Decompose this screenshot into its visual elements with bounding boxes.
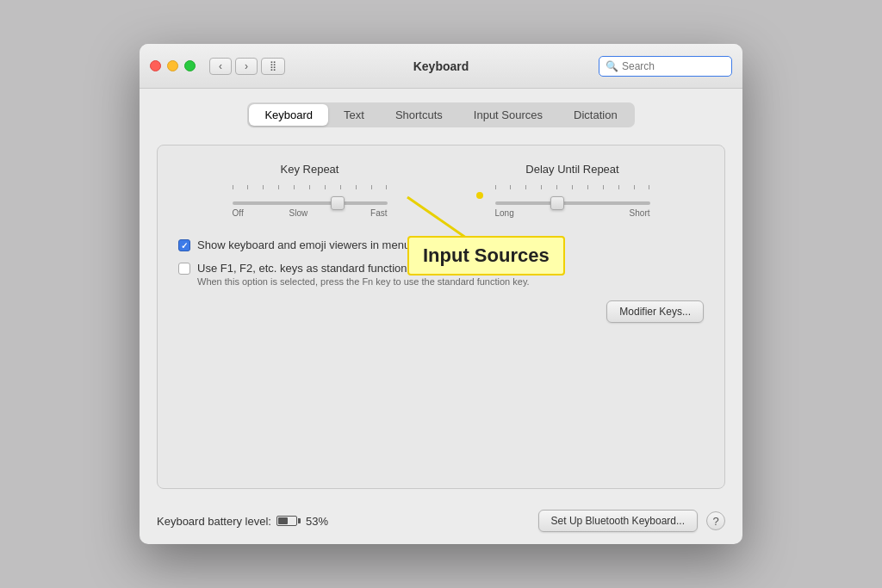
key-repeat-thumb[interactable] xyxy=(331,196,345,210)
delay-repeat-long-label: Long xyxy=(495,208,514,218)
nav-buttons: ‹ › xyxy=(209,58,258,75)
tab-input-sources[interactable]: Input Sources xyxy=(458,104,558,126)
emoji-viewer-checkbox[interactable] xyxy=(178,239,190,251)
maximize-button[interactable] xyxy=(184,60,196,71)
key-repeat-group: Key Repeat xyxy=(178,163,441,218)
grid-button[interactable]: ⣿ xyxy=(261,58,285,75)
delay-repeat-group: Delay Until Repeat xyxy=(441,163,704,218)
fn-keys-subtext: When this option is selected, press the … xyxy=(197,276,530,287)
key-repeat-track[interactable] xyxy=(233,201,388,205)
footer: Keyboard battery level: 53% Set Up Bluet… xyxy=(140,501,742,544)
setup-bluetooth-button[interactable]: Set Up Bluetooth Keyboard... xyxy=(538,510,698,532)
key-repeat-off-label: Off xyxy=(233,208,244,218)
key-repeat-slow-label: Slow xyxy=(289,208,308,218)
tab-text[interactable]: Text xyxy=(328,104,380,126)
modifier-keys-button[interactable]: Modifier Keys... xyxy=(606,300,704,323)
key-repeat-label: Key Repeat xyxy=(281,163,339,176)
search-input[interactable] xyxy=(622,60,725,72)
tab-keyboard[interactable]: Keyboard xyxy=(249,104,328,126)
window-title: Keyboard xyxy=(413,59,469,73)
sliders-section: Key Repeat xyxy=(178,163,704,218)
search-icon: 🔍 xyxy=(606,60,618,72)
traffic-lights xyxy=(150,60,196,71)
delay-repeat-thumb[interactable] xyxy=(550,196,564,210)
battery-label: Keyboard battery level: xyxy=(157,515,271,528)
content-area: Keyboard Text Shortcuts Input Sources Di… xyxy=(140,89,742,501)
search-box[interactable]: 🔍 xyxy=(599,56,732,77)
tab-shortcuts[interactable]: Shortcuts xyxy=(380,104,458,126)
help-button[interactable]: ? xyxy=(706,511,725,530)
battery-percent: 53% xyxy=(306,515,328,528)
fn-keys-label: Use F1, F2, etc. keys as standard functi… xyxy=(197,262,530,275)
bottom-bar: Modifier Keys... xyxy=(178,300,704,323)
delay-repeat-track[interactable] xyxy=(495,201,650,205)
battery-info: Keyboard battery level: 53% xyxy=(157,515,328,528)
delay-repeat-slider-container: Long Short xyxy=(495,184,650,218)
delay-repeat-short-label: Short xyxy=(630,208,650,218)
titlebar: ‹ › ⣿ Keyboard 🔍 xyxy=(140,44,742,89)
key-repeat-fast-label: Fast xyxy=(370,208,387,218)
main-panel: Key Repeat xyxy=(157,145,725,489)
emoji-viewer-label: Show keyboard and emoji viewers in menu … xyxy=(197,238,430,251)
key-repeat-slider-container: Off Slow Fast xyxy=(233,184,388,218)
footer-buttons: Set Up Bluetooth Keyboard... ? xyxy=(538,510,725,532)
checkbox-row-fn: Use F1, F2, etc. keys as standard functi… xyxy=(178,262,704,287)
battery-icon xyxy=(276,516,301,526)
back-button[interactable]: ‹ xyxy=(209,58,232,75)
main-window: ‹ › ⣿ Keyboard 🔍 Keyboard Text Shortcuts… xyxy=(140,44,742,544)
minimize-button[interactable] xyxy=(167,60,178,71)
delay-repeat-label: Delay Until Repeat xyxy=(525,163,618,176)
tab-dictation[interactable]: Dictation xyxy=(558,104,633,126)
tab-bar: Keyboard Text Shortcuts Input Sources Di… xyxy=(157,102,725,127)
fn-keys-checkbox[interactable] xyxy=(178,263,190,275)
close-button[interactable] xyxy=(150,60,161,71)
checkbox-row-emoji: Show keyboard and emoji viewers in menu … xyxy=(178,238,704,251)
forward-button[interactable]: › xyxy=(235,58,258,75)
